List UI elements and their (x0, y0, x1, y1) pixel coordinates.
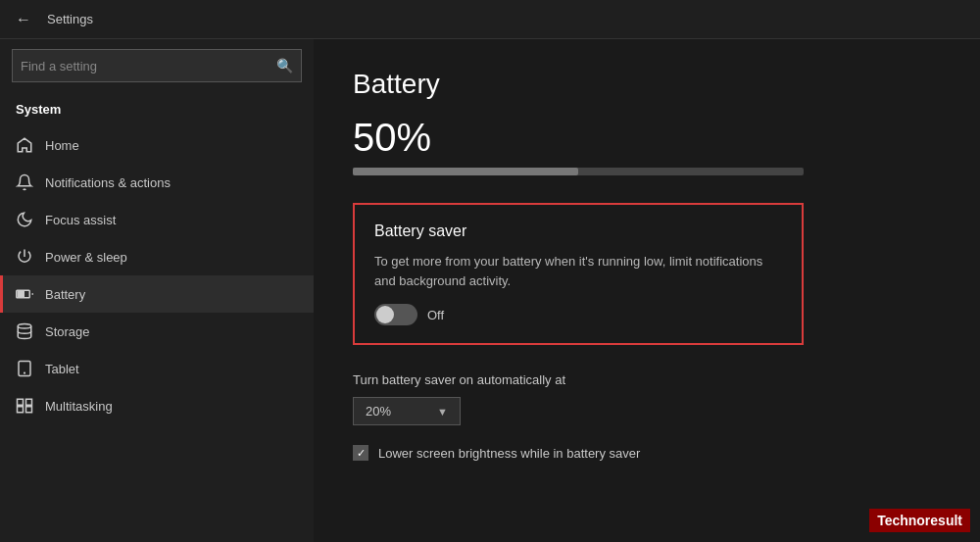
sidebar-item-focus-label: Focus assist (45, 213, 116, 227)
svg-rect-8 (26, 399, 32, 405)
svg-point-4 (18, 324, 31, 329)
sidebar-item-notifications-label: Notifications & actions (45, 175, 171, 190)
sidebar-item-multitasking[interactable]: Multitasking (0, 387, 314, 424)
battery-bar-fill (353, 168, 578, 175)
storage-icon (16, 322, 33, 340)
sidebar-section-label: System (0, 98, 314, 126)
brightness-checkbox-label: Lower screen brightness while in battery… (378, 446, 640, 461)
chevron-down-icon: ▼ (437, 406, 448, 418)
sidebar-item-power-label: Power & sleep (45, 250, 127, 265)
multitasking-icon (16, 397, 33, 415)
main-layout: 🔍 System Home Notifications & actions (0, 39, 980, 542)
sidebar-item-battery[interactable]: Battery (0, 275, 314, 313)
sidebar-item-multitasking-label: Multitasking (45, 399, 113, 414)
sidebar-item-battery-label: Battery (45, 287, 85, 302)
sidebar-item-home[interactable]: Home (0, 126, 314, 164)
sidebar: 🔍 System Home Notifications & actions (0, 39, 314, 542)
brightness-checkbox-row: ✓ Lower screen brightness while in batte… (353, 445, 941, 461)
title-bar: ← Settings (0, 0, 980, 39)
page-title: Battery (353, 69, 941, 100)
battery-icon (16, 285, 33, 303)
battery-saver-desc: To get more from your battery when it's … (374, 252, 782, 290)
sidebar-item-power[interactable]: Power & sleep (0, 238, 314, 275)
toggle-knob (376, 306, 394, 323)
svg-rect-9 (18, 407, 24, 413)
sidebar-item-storage[interactable]: Storage (0, 313, 314, 350)
home-icon (16, 136, 33, 154)
search-box[interactable]: 🔍 (12, 49, 302, 82)
sidebar-item-storage-label: Storage (45, 324, 90, 339)
svg-rect-3 (18, 292, 24, 297)
search-icon: 🔍 (276, 58, 293, 74)
auto-label: Turn battery saver on automatically at (353, 372, 941, 387)
dropdown-value: 20% (366, 404, 391, 419)
battery-saver-title: Battery saver (374, 222, 782, 240)
battery-bar (353, 168, 804, 175)
power-icon (16, 248, 33, 266)
brightness-checkbox[interactable]: ✓ (353, 445, 368, 461)
sidebar-item-tablet-label: Tablet (45, 362, 79, 376)
sidebar-item-home-label: Home (45, 138, 79, 153)
check-icon: ✓ (357, 447, 366, 460)
sidebar-item-tablet[interactable]: Tablet (0, 350, 314, 387)
svg-rect-10 (26, 407, 32, 413)
toggle-label: Off (427, 308, 444, 322)
bell-icon (16, 173, 33, 191)
watermark: Technoresult (869, 509, 970, 532)
search-input[interactable] (21, 59, 276, 74)
auto-section: Turn battery saver on automatically at 2… (353, 372, 941, 425)
toggle-row: Off (374, 304, 782, 325)
content-area: Battery 50% Battery saver To get more fr… (314, 39, 980, 542)
auto-dropdown[interactable]: 20% ▼ (353, 397, 461, 425)
moon-icon (16, 211, 33, 228)
battery-saver-card: Battery saver To get more from your batt… (353, 203, 804, 345)
back-button[interactable]: ← (10, 6, 37, 33)
tablet-icon (16, 360, 33, 377)
title-bar-title: Settings (47, 12, 93, 26)
battery-saver-toggle[interactable] (374, 304, 417, 325)
battery-percent: 50% (353, 116, 941, 160)
svg-rect-7 (18, 399, 24, 405)
sidebar-item-focus[interactable]: Focus assist (0, 201, 314, 238)
sidebar-item-notifications[interactable]: Notifications & actions (0, 164, 314, 201)
